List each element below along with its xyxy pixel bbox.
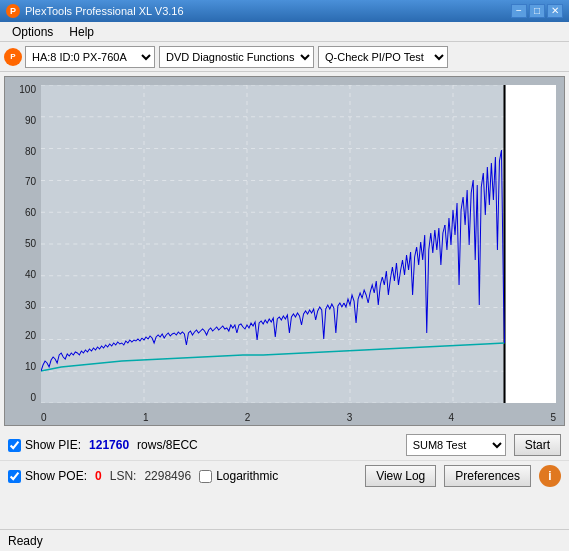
show-pie-label: Show PIE:: [25, 438, 81, 452]
drive-icon: P: [4, 48, 22, 66]
app-icon: P: [6, 4, 20, 18]
y-label-60: 60: [25, 208, 36, 218]
logarithmic-checkbox[interactable]: [199, 470, 212, 483]
x-label-5: 5: [550, 412, 556, 423]
pie-value: 121760: [89, 438, 129, 452]
view-log-button[interactable]: View Log: [365, 465, 436, 487]
lsn-label: LSN:: [110, 469, 137, 483]
status-text: Ready: [8, 534, 43, 548]
y-label-10: 10: [25, 362, 36, 372]
menu-help[interactable]: Help: [61, 23, 102, 41]
menu-options[interactable]: Options: [4, 23, 61, 41]
y-label-50: 50: [25, 239, 36, 249]
x-label-3: 3: [347, 412, 353, 423]
chart-svg: [41, 85, 556, 403]
show-pie-checkbox[interactable]: [8, 439, 21, 452]
y-axis: 100 90 80 70 60 50 40 30 20 10 0: [5, 85, 39, 403]
lsn-value: 2298496: [144, 469, 191, 483]
show-poe-label: Show POE:: [25, 469, 87, 483]
controls-row1: Show PIE: 121760 rows/8ECC SUM8 Test SUM…: [0, 430, 569, 461]
show-pie-checkbox-label[interactable]: Show PIE:: [8, 438, 81, 452]
y-label-40: 40: [25, 270, 36, 280]
start-button[interactable]: Start: [514, 434, 561, 456]
title-buttons: − □ ✕: [511, 4, 563, 18]
preferences-button[interactable]: Preferences: [444, 465, 531, 487]
title-bar-left: P PlexTools Professional XL V3.16: [6, 4, 184, 18]
show-poe-checkbox[interactable]: [8, 470, 21, 483]
rows-label: rows/8ECC: [137, 438, 198, 452]
y-label-80: 80: [25, 147, 36, 157]
status-bar: Ready: [0, 529, 569, 551]
menu-bar: Options Help: [0, 22, 569, 42]
maximize-button[interactable]: □: [529, 4, 545, 18]
drive-selector-group: P HA:8 ID:0 PX-760A: [4, 46, 155, 68]
close-button[interactable]: ✕: [547, 4, 563, 18]
x-axis: 0 1 2 3 4 5: [41, 412, 556, 423]
x-label-2: 2: [245, 412, 251, 423]
y-label-30: 30: [25, 301, 36, 311]
logarithmic-label: Logarithmic: [216, 469, 278, 483]
info-button[interactable]: i: [539, 465, 561, 487]
controls-row2: Show POE: 0 LSN: 2298496 Logarithmic Vie…: [0, 461, 569, 491]
logarithmic-checkbox-label[interactable]: Logarithmic: [199, 469, 278, 483]
x-label-1: 1: [143, 412, 149, 423]
y-label-90: 90: [25, 116, 36, 126]
toolbar: P HA:8 ID:0 PX-760A DVD Diagnostic Funct…: [0, 42, 569, 72]
chart-area: [41, 85, 556, 403]
function-select[interactable]: DVD Diagnostic Functions: [159, 46, 314, 68]
title-bar: P PlexTools Professional XL V3.16 − □ ✕: [0, 0, 569, 22]
drive-select[interactable]: HA:8 ID:0 PX-760A: [25, 46, 155, 68]
window-title: PlexTools Professional XL V3.16: [25, 5, 184, 17]
sum8-select[interactable]: SUM8 Test SUM1 Test: [406, 434, 506, 456]
y-label-70: 70: [25, 177, 36, 187]
y-label-0: 0: [30, 393, 36, 403]
chart-container: 100 90 80 70 60 50 40 30 20 10 0: [4, 76, 565, 426]
y-label-100: 100: [19, 85, 36, 95]
y-label-20: 20: [25, 331, 36, 341]
show-poe-checkbox-label[interactable]: Show POE:: [8, 469, 87, 483]
minimize-button[interactable]: −: [511, 4, 527, 18]
x-label-0: 0: [41, 412, 47, 423]
x-label-4: 4: [449, 412, 455, 423]
svg-rect-16: [506, 85, 556, 403]
test-select[interactable]: Q-Check PI/PO Test: [318, 46, 448, 68]
poe-value: 0: [95, 469, 102, 483]
